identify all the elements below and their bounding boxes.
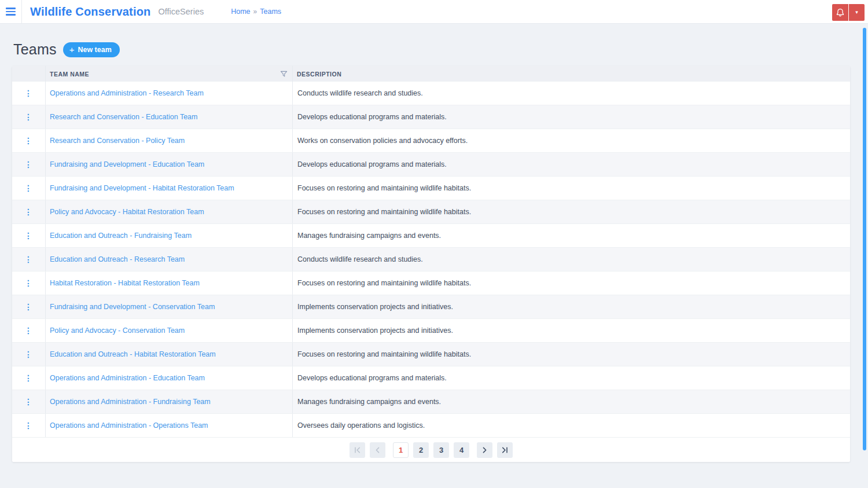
team-description-cell: Develops educational programs and materi… [293,366,850,390]
row-actions-cell: ⋮ [12,414,46,437]
row-actions-cell: ⋮ [12,129,46,152]
actions-column-header [12,66,46,82]
team-name-link[interactable]: Education and Outreach - Research Team [50,255,185,263]
team-name-cell: Education and Outreach - Fundraising Tea… [46,224,293,247]
team-description-cell: Works on conservation policies and advoc… [293,129,850,152]
team-description-cell: Conducts wildlife research and studies. [293,248,850,271]
team-description: Focuses on restoring and maintaining wil… [297,279,471,287]
team-name-link[interactable]: Fundraising and Development - Education … [50,160,204,168]
row-menu-button[interactable]: ⋮ [21,324,36,337]
team-description: Focuses on restoring and maintaining wil… [297,350,471,358]
team-name-link[interactable]: Operations and Administration - Operatio… [50,421,208,430]
first-page-button[interactable] [350,442,365,458]
row-menu-button[interactable]: ⋮ [21,395,36,408]
team-name-cell: Fundraising and Development - Habitat Re… [46,177,293,200]
last-page-icon [501,446,509,454]
team-description-cell: Manages fundraising campaigns and events… [293,224,850,247]
suite-name: OfficeSeries [159,7,204,16]
row-menu-button[interactable]: ⋮ [21,134,36,147]
bell-icon [836,8,845,17]
kebab-icon: ⋮ [24,184,33,193]
teams-table: TEAM NAME DESCRIPTION ⋮ Operations and A… [12,66,850,462]
hamburger-menu-button[interactable] [0,0,22,24]
page-number-button[interactable]: 4 [454,442,469,458]
row-menu-button[interactable]: ⋮ [21,277,36,289]
row-menu-button[interactable]: ⋮ [21,253,36,266]
row-menu-button[interactable]: ⋮ [21,182,36,195]
row-menu-button[interactable]: ⋮ [21,87,36,100]
kebab-icon: ⋮ [24,255,33,264]
row-menu-button[interactable]: ⋮ [21,419,36,432]
team-description: Conducts wildlife research and studies. [297,89,423,97]
table-row: ⋮ Operations and Administration - Resear… [12,82,850,105]
row-actions-cell: ⋮ [12,343,46,366]
team-name-link[interactable]: Fundraising and Development - Habitat Re… [50,184,234,192]
chevron-down-icon: ▾ [855,10,858,15]
team-name-cell: Operations and Administration - Operatio… [46,414,293,437]
team-description: Implements conservation projects and ini… [297,326,453,335]
kebab-icon: ⋮ [24,421,33,430]
team-name-column-header: TEAM NAME [46,66,293,82]
new-team-button[interactable]: + New team [63,42,120,57]
kebab-icon: ⋮ [24,231,33,240]
last-page-button[interactable] [497,442,513,458]
kebab-icon: ⋮ [24,373,33,383]
notifications-button[interactable] [832,4,848,21]
kebab-icon: ⋮ [24,160,33,169]
team-name-link[interactable]: Research and Conservation - Policy Team [50,137,185,145]
scrollbar-thumb[interactable] [863,28,866,450]
kebab-icon: ⋮ [24,397,33,406]
filter-icon [280,70,288,78]
breadcrumb-home-link[interactable]: Home [231,8,250,16]
kebab-icon: ⋮ [24,326,33,335]
team-description: Works on conservation policies and advoc… [297,137,468,145]
top-action-group: ▾ [832,4,865,21]
table-row: ⋮ Operations and Administration - Educat… [12,366,850,390]
team-description-cell: Implements conservation projects and ini… [293,295,850,318]
row-menu-button[interactable]: ⋮ [21,111,36,123]
team-name-link[interactable]: Operations and Administration - Fundrais… [50,398,211,406]
team-name-link[interactable]: Habitat Restoration - Habitat Restoratio… [50,279,200,287]
description-column-header: DESCRIPTION [293,66,850,82]
team-name-link[interactable]: Education and Outreach - Habitat Restora… [50,350,216,358]
table-row: ⋮ Policy and Advocacy - Conservation Tea… [12,319,850,343]
team-name-link[interactable]: Research and Conservation - Education Te… [50,113,197,121]
row-menu-button[interactable]: ⋮ [21,229,36,242]
filter-button[interactable] [279,69,289,79]
kebab-icon: ⋮ [24,350,33,359]
team-name-link[interactable]: Operations and Administration - Educatio… [50,374,205,382]
next-page-button[interactable] [477,442,492,458]
page-number-button[interactable]: 1 [393,442,409,458]
row-actions-cell: ⋮ [12,366,46,390]
page-number-button[interactable]: 2 [413,442,429,458]
team-name-link[interactable]: Operations and Administration - Research… [50,89,204,97]
team-name-cell: Research and Conservation - Policy Team [46,129,293,152]
row-menu-button[interactable]: ⋮ [21,348,36,361]
table-row: ⋮ Habitat Restoration - Habitat Restorat… [12,271,850,295]
table-row: ⋮ Education and Outreach - Research Team… [12,248,850,271]
prev-page-button[interactable] [370,442,385,458]
kebab-icon: ⋮ [24,136,33,145]
row-menu-button[interactable]: ⋮ [21,372,36,384]
page-number-button[interactable]: 3 [433,442,449,458]
team-name-link[interactable]: Policy and Advocacy - Habitat Restoratio… [50,208,204,216]
row-menu-button[interactable]: ⋮ [21,158,36,171]
team-name-cell: Research and Conservation - Education Te… [46,105,293,129]
row-menu-button[interactable]: ⋮ [21,300,36,313]
team-name-link[interactable]: Education and Outreach - Fundraising Tea… [50,232,192,240]
team-name-cell: Education and Outreach - Research Team [46,248,293,271]
app-title: Wildlife Conservation [30,5,151,19]
team-name-link[interactable]: Policy and Advocacy - Conservation Team [50,326,185,335]
row-menu-button[interactable]: ⋮ [21,206,36,218]
breadcrumb-current-link[interactable]: Teams [260,8,281,16]
table-row: ⋮ Operations and Administration - Fundra… [12,390,850,414]
account-dropdown-button[interactable]: ▾ [849,4,865,21]
team-description: Develops educational programs and materi… [297,160,447,168]
kebab-icon: ⋮ [24,302,33,311]
table-row: ⋮ Education and Outreach - Fundraising T… [12,224,850,248]
team-name-cell: Fundraising and Development - Conservati… [46,295,293,318]
team-description: Manages fundraising campaigns and events… [297,398,441,406]
table-body: ⋮ Operations and Administration - Resear… [12,82,850,438]
team-name-link[interactable]: Fundraising and Development - Conservati… [50,303,215,311]
team-description-cell: Conducts wildlife research and studies. [293,82,850,105]
